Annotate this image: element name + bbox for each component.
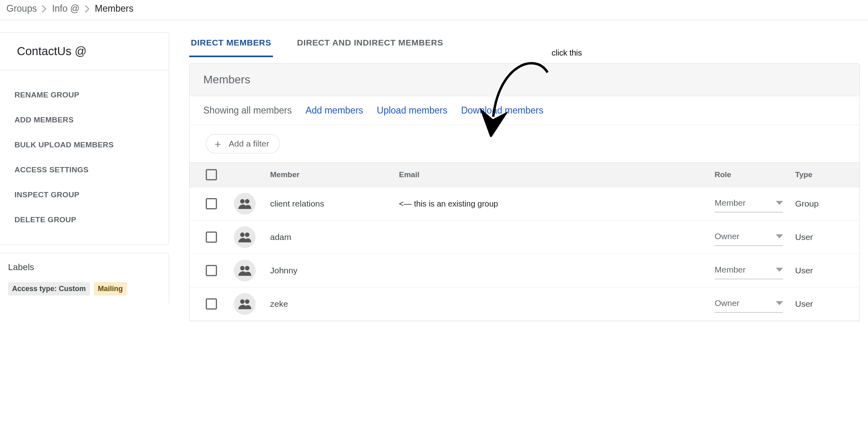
sidebar-action-bulk-upload[interactable]: BULK UPLOAD MEMBERS bbox=[12, 132, 165, 157]
sidebar-action-inspect-group[interactable]: INSPECT GROUP bbox=[12, 182, 165, 207]
role-select[interactable]: Owner bbox=[715, 295, 783, 313]
breadcrumb-root[interactable]: Groups bbox=[6, 3, 37, 14]
type-cell: User bbox=[795, 299, 843, 309]
row-checkbox[interactable] bbox=[206, 265, 217, 276]
role-value: Owner bbox=[715, 231, 740, 241]
svg-point-2 bbox=[240, 233, 245, 237]
member-name: adam bbox=[270, 232, 399, 242]
add-members-link[interactable]: Add members bbox=[306, 105, 363, 116]
sidebar-action-delete-group[interactable]: DELETE GROUP bbox=[12, 207, 165, 232]
caret-down-icon bbox=[776, 234, 783, 238]
row-checkbox[interactable] bbox=[206, 298, 217, 310]
member-name: client relations bbox=[270, 199, 399, 209]
panel-title: Members bbox=[190, 64, 860, 96]
type-cell: User bbox=[795, 232, 843, 242]
table-row[interactable]: JohnnyMemberUser bbox=[190, 254, 860, 287]
sidebar-action-access-settings[interactable]: ACCESS SETTINGS bbox=[12, 157, 165, 182]
member-name: zeke bbox=[270, 299, 399, 309]
table-row[interactable]: adamOwnerUser bbox=[190, 221, 860, 254]
email-cell: <— this is an existing group bbox=[399, 199, 715, 209]
col-email[interactable]: Email bbox=[399, 170, 715, 179]
role-select[interactable]: Owner bbox=[715, 228, 783, 246]
type-cell: User bbox=[795, 266, 843, 275]
labels-title: Labels bbox=[8, 262, 161, 273]
sidebar-action-rename-group[interactable]: RENAME GROUP bbox=[12, 83, 165, 107]
sidebar-action-add-members[interactable]: ADD MEMBERS bbox=[12, 107, 165, 132]
col-type[interactable]: Type bbox=[795, 170, 843, 179]
role-value: Member bbox=[715, 198, 746, 208]
plus-icon: ＋ bbox=[213, 138, 223, 149]
sidebar: ContactUs @ RENAME GROUP ADD MEMBERS BUL… bbox=[0, 20, 169, 304]
col-member[interactable]: Member bbox=[270, 170, 399, 179]
svg-point-0 bbox=[240, 199, 245, 204]
svg-point-6 bbox=[240, 300, 245, 304]
role-value: Member bbox=[715, 265, 746, 275]
table-row[interactable]: client relations<— this is an existing g… bbox=[190, 187, 860, 221]
label-access-type[interactable]: Access type: Custom bbox=[8, 282, 90, 296]
label-mailing[interactable]: Mailing bbox=[94, 282, 127, 296]
table-row[interactable]: zekeOwnerUser bbox=[190, 287, 860, 321]
caret-down-icon bbox=[776, 201, 783, 205]
table-header: Member Email Role Type bbox=[190, 162, 860, 187]
breadcrumb-current: Members bbox=[95, 3, 134, 14]
tabs: DIRECT MEMBERS DIRECT AND INDIRECT MEMBE… bbox=[189, 32, 860, 58]
chevron-right-icon bbox=[85, 5, 90, 12]
filter-label: Add a filter bbox=[229, 139, 269, 149]
group-avatar-icon bbox=[234, 293, 256, 315]
caret-down-icon bbox=[776, 268, 783, 272]
svg-point-1 bbox=[245, 199, 250, 204]
main: click this DIRECT MEMBERS DIRECT AND IND… bbox=[169, 20, 868, 321]
showing-text: Showing all members bbox=[203, 105, 292, 116]
sidebar-card: ContactUs @ RENAME GROUP ADD MEMBERS BUL… bbox=[0, 32, 169, 245]
select-all-checkbox[interactable] bbox=[206, 169, 217, 180]
role-select[interactable]: Member bbox=[715, 262, 783, 279]
members-panel: Members Showing all members Add members … bbox=[189, 63, 860, 321]
tab-direct-members[interactable]: DIRECT MEMBERS bbox=[189, 32, 273, 57]
tab-direct-indirect-members[interactable]: DIRECT AND INDIRECT MEMBERS bbox=[296, 32, 445, 57]
row-checkbox[interactable] bbox=[206, 198, 217, 209]
download-members-link[interactable]: Download members bbox=[461, 105, 544, 116]
chevron-right-icon bbox=[41, 5, 47, 12]
svg-point-4 bbox=[240, 266, 245, 271]
panel-toolbar: Showing all members Add members Upload m… bbox=[190, 96, 860, 125]
svg-point-7 bbox=[245, 300, 250, 304]
add-filter-chip[interactable]: ＋ Add a filter bbox=[206, 134, 280, 153]
type-cell: Group bbox=[795, 199, 843, 209]
group-avatar-icon bbox=[234, 260, 256, 281]
caret-down-icon bbox=[776, 301, 783, 305]
role-value: Owner bbox=[715, 298, 740, 308]
svg-point-3 bbox=[245, 233, 250, 237]
row-checkbox[interactable] bbox=[206, 231, 217, 243]
group-avatar-icon bbox=[234, 226, 256, 248]
breadcrumb: Groups Info @ Members bbox=[0, 0, 868, 20]
breadcrumb-mid[interactable]: Info @ bbox=[52, 3, 79, 14]
col-role[interactable]: Role bbox=[715, 170, 795, 179]
group-title: ContactUs @ bbox=[0, 33, 169, 70]
upload-members-link[interactable]: Upload members bbox=[377, 105, 447, 116]
labels-card: Labels Access type: Custom Mailing bbox=[0, 253, 169, 304]
group-avatar-icon bbox=[234, 193, 256, 215]
svg-point-5 bbox=[245, 266, 250, 271]
member-name: Johnny bbox=[270, 266, 399, 275]
role-select[interactable]: Member bbox=[715, 195, 783, 213]
